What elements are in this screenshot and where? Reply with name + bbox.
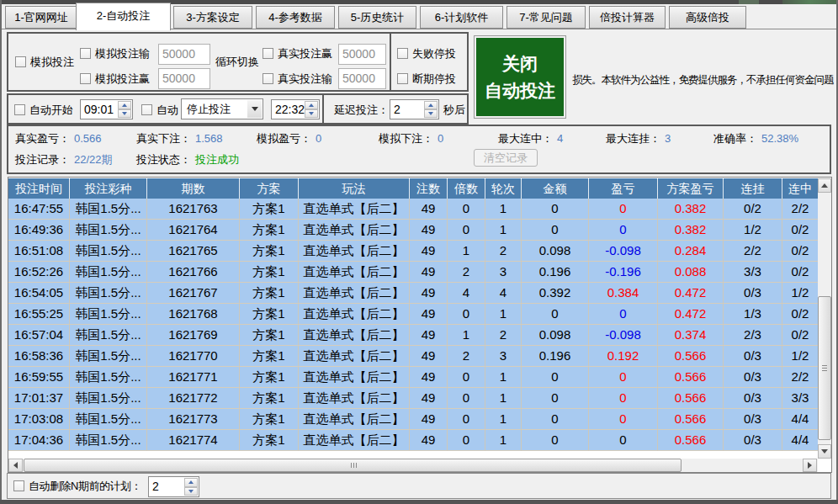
column-header-hit[interactable]: 连中 — [782, 178, 818, 199]
real-bet-value: 1.568 — [195, 132, 223, 145]
real-win-input[interactable]: 50000 — [338, 44, 386, 65]
sim-bet-value: 0 — [438, 132, 443, 145]
cell-bets: 49 — [410, 283, 448, 304]
column-header-issue[interactable]: 期数 — [147, 178, 240, 199]
table-row[interactable]: 16:58:36韩国1.5分...1621770方案1直选单式【后二】49230… — [8, 346, 818, 367]
horizontal-scroll-thumb[interactable] — [24, 459, 682, 472]
cell-plan: 方案1 — [240, 283, 299, 304]
vertical-scrollbar[interactable] — [818, 178, 831, 459]
tab-history-stats[interactable]: 5-历史统计 — [338, 6, 416, 29]
column-header-profit[interactable]: 盈亏 — [589, 178, 658, 199]
cell-issue: 1621768 — [147, 304, 240, 325]
fail-stop-label: 失败停投 — [412, 48, 456, 60]
cell-multiple: 1 — [448, 241, 485, 262]
table-row[interactable]: 16:47:55韩国1.5分...1621763方案1直选单式【后二】49010… — [8, 199, 818, 220]
delay-suffix-label: 秒后 — [443, 104, 465, 116]
table-row[interactable]: 16:51:08韩国1.5分...1621765方案1直选单式【后二】49120… — [8, 241, 818, 262]
real-win-checkbox[interactable] — [263, 48, 273, 59]
table-row[interactable]: 16:54:05韩国1.5分...1621767方案1直选单式【后二】49440… — [8, 283, 818, 304]
table-row[interactable]: 16:57:04韩国1.5分...1621769方案1直选单式【后二】49120… — [8, 325, 818, 346]
column-header-miss[interactable]: 连挂 — [724, 178, 782, 199]
auto-delete-spinner[interactable] — [184, 478, 198, 496]
real-lose-checkbox[interactable] — [263, 73, 273, 84]
cell-plan: 方案1 — [240, 241, 299, 262]
auto-checkbox[interactable] — [141, 104, 152, 115]
scroll-down-button[interactable] — [818, 444, 831, 459]
tab-advanced-multiplier[interactable]: 高级倍投 — [669, 6, 746, 29]
close-auto-bet-button[interactable]: 关闭自动投注 — [474, 35, 566, 119]
column-header-time[interactable]: 投注时间 — [8, 178, 70, 199]
real-lose-input[interactable]: 50000 — [338, 68, 386, 89]
sim-win-checkbox[interactable] — [80, 73, 91, 84]
cell-hit: 0/2 — [782, 325, 818, 346]
scroll-right-button[interactable] — [803, 459, 817, 472]
tab-multiplier-calculator[interactable]: 倍投计算器 — [589, 6, 666, 29]
cell-profit: 0 — [589, 430, 658, 451]
auto-delete-checkbox[interactable] — [13, 480, 24, 491]
start-time-input[interactable]: 09:01 — [80, 99, 133, 119]
cell-time: 17:01:37 — [8, 388, 70, 409]
cell-lottery: 韩国1.5分... — [70, 220, 147, 241]
cell-plan_profit: 0.566 — [658, 367, 724, 388]
tab-faq[interactable]: 7-常见问题 — [507, 6, 586, 29]
sim-lose-checkbox[interactable] — [80, 48, 91, 59]
table-row[interactable]: 17:01:37韩国1.5分...1621772方案1直选单式【后二】49010… — [8, 388, 818, 409]
cell-plan_profit: 0.284 — [658, 241, 724, 262]
table-row[interactable]: 16:55:25韩国1.5分...1621768方案1直选单式【后二】49010… — [8, 304, 818, 325]
column-header-plan[interactable]: 方案 — [240, 178, 299, 199]
tab-auto-bet[interactable]: 2-自动投注 — [76, 3, 171, 30]
table-row[interactable]: 16:52:26韩国1.5分...1621766方案1直选单式【后二】49230… — [8, 262, 818, 283]
column-header-lottery[interactable]: 投注彩种 — [70, 178, 147, 199]
cell-multiple: 0 — [448, 199, 485, 220]
column-header-round[interactable]: 轮次 — [485, 178, 522, 199]
auto-start-checkbox[interactable] — [14, 104, 25, 115]
auto-start-label: 自动开始 — [29, 104, 73, 116]
cell-lottery: 韩国1.5分... — [70, 283, 147, 304]
column-header-multiple[interactable]: 倍数 — [448, 178, 485, 199]
max-hit-value: 4 — [557, 132, 563, 145]
column-header-amount[interactable]: 金额 — [522, 178, 589, 199]
tab-reference-data[interactable]: 4-参考数据 — [256, 6, 335, 29]
real-win-label: 真实投注赢 — [278, 48, 332, 60]
cell-play: 直选单式【后二】 — [299, 283, 410, 304]
start-time-spinner[interactable] — [118, 101, 131, 118]
table-row[interactable]: 16:59:55韩国1.5分...1621771方案1直选单式【后二】49010… — [8, 367, 818, 388]
scroll-left-button[interactable] — [8, 459, 23, 472]
cell-bets: 49 — [410, 220, 448, 241]
sim-lose-input[interactable]: 50000 — [158, 44, 210, 65]
dropdown-arrow-icon[interactable] — [247, 100, 262, 118]
tab-official-site[interactable]: 1-官网网址 — [5, 6, 77, 29]
sim-win-input[interactable]: 50000 — [158, 68, 210, 89]
horizontal-scrollbar[interactable] — [8, 459, 818, 472]
cell-amount: 0.196 — [522, 346, 589, 367]
column-header-plan_profit[interactable]: 方案盈亏 — [658, 178, 724, 199]
delay-input[interactable]: 2 — [390, 99, 439, 119]
table-row[interactable]: 17:04:36韩国1.5分...1621774方案1直选单式【后二】49010… — [8, 430, 818, 451]
break-stop-checkbox[interactable] — [397, 73, 408, 84]
cell-miss: 0/3 — [724, 283, 782, 304]
table-row[interactable]: 17:03:08韩国1.5分...1621773方案1直选单式【后二】49010… — [8, 409, 818, 430]
cell-hit: 4/4 — [782, 430, 818, 451]
table-row[interactable]: 16:49:36韩国1.5分...1621764方案1直选单式【后二】49010… — [8, 220, 818, 241]
cell-amount: 0 — [522, 220, 589, 241]
column-header-bets[interactable]: 注数 — [410, 178, 448, 199]
delay-spinner[interactable] — [424, 101, 438, 118]
cell-amount: 0.392 — [522, 283, 589, 304]
auto-delete-input[interactable]: 2 — [148, 476, 199, 497]
scroll-up-button[interactable] — [818, 178, 831, 193]
fail-stop-checkbox[interactable] — [397, 48, 408, 59]
cell-multiple: 4 — [448, 283, 485, 304]
sim-bet-checkbox[interactable] — [15, 56, 26, 67]
stop-time-spinner[interactable] — [305, 101, 318, 118]
column-header-play[interactable]: 玩法 — [299, 178, 410, 199]
stop-action-dropdown[interactable]: 停止投注 — [181, 98, 263, 119]
vertical-scroll-thumb[interactable] — [818, 296, 831, 440]
cell-lottery: 韩国1.5分... — [70, 409, 147, 430]
real-profit-stat: 真实盈亏：0.566 — [15, 131, 102, 146]
stop-time-input[interactable]: 22:32 — [271, 99, 320, 119]
tab-plan-setting[interactable]: 3-方案设定 — [173, 6, 252, 29]
clear-records-button[interactable]: 清空记录 — [474, 149, 538, 167]
cell-issue: 1621765 — [147, 241, 240, 262]
tab-plan-software[interactable]: 6-计划软件 — [420, 6, 503, 29]
cell-plan: 方案1 — [240, 346, 299, 367]
